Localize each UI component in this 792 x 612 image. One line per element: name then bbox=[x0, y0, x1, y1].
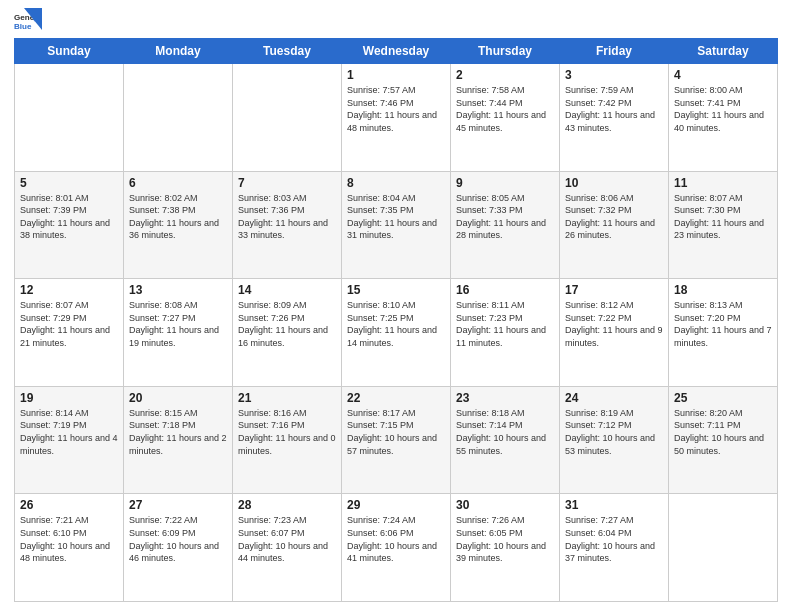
day-info: Sunrise: 8:06 AMSunset: 7:32 PMDaylight:… bbox=[565, 192, 663, 242]
day-number: 4 bbox=[674, 68, 772, 82]
day-info: Sunrise: 7:23 AMSunset: 6:07 PMDaylight:… bbox=[238, 514, 336, 564]
day-number: 11 bbox=[674, 176, 772, 190]
day-cell: 1Sunrise: 7:57 AMSunset: 7:46 PMDaylight… bbox=[342, 64, 451, 172]
day-info: Sunrise: 8:07 AMSunset: 7:29 PMDaylight:… bbox=[20, 299, 118, 349]
day-number: 28 bbox=[238, 498, 336, 512]
day-number: 24 bbox=[565, 391, 663, 405]
day-number: 30 bbox=[456, 498, 554, 512]
day-header-tuesday: Tuesday bbox=[233, 39, 342, 64]
day-number: 16 bbox=[456, 283, 554, 297]
day-info: Sunrise: 8:20 AMSunset: 7:11 PMDaylight:… bbox=[674, 407, 772, 457]
day-cell: 12Sunrise: 8:07 AMSunset: 7:29 PMDayligh… bbox=[15, 279, 124, 387]
day-cell: 4Sunrise: 8:00 AMSunset: 7:41 PMDaylight… bbox=[669, 64, 778, 172]
day-cell: 13Sunrise: 8:08 AMSunset: 7:27 PMDayligh… bbox=[124, 279, 233, 387]
day-cell: 14Sunrise: 8:09 AMSunset: 7:26 PMDayligh… bbox=[233, 279, 342, 387]
week-row-3: 12Sunrise: 8:07 AMSunset: 7:29 PMDayligh… bbox=[15, 279, 778, 387]
day-number: 18 bbox=[674, 283, 772, 297]
day-number: 15 bbox=[347, 283, 445, 297]
day-cell: 30Sunrise: 7:26 AMSunset: 6:05 PMDayligh… bbox=[451, 494, 560, 602]
day-info: Sunrise: 7:26 AMSunset: 6:05 PMDaylight:… bbox=[456, 514, 554, 564]
day-cell: 26Sunrise: 7:21 AMSunset: 6:10 PMDayligh… bbox=[15, 494, 124, 602]
day-info: Sunrise: 8:02 AMSunset: 7:38 PMDaylight:… bbox=[129, 192, 227, 242]
day-number: 5 bbox=[20, 176, 118, 190]
day-info: Sunrise: 8:03 AMSunset: 7:36 PMDaylight:… bbox=[238, 192, 336, 242]
day-number: 3 bbox=[565, 68, 663, 82]
day-info: Sunrise: 7:59 AMSunset: 7:42 PMDaylight:… bbox=[565, 84, 663, 134]
day-cell: 27Sunrise: 7:22 AMSunset: 6:09 PMDayligh… bbox=[124, 494, 233, 602]
day-cell: 18Sunrise: 8:13 AMSunset: 7:20 PMDayligh… bbox=[669, 279, 778, 387]
day-cell: 24Sunrise: 8:19 AMSunset: 7:12 PMDayligh… bbox=[560, 386, 669, 494]
day-cell: 9Sunrise: 8:05 AMSunset: 7:33 PMDaylight… bbox=[451, 171, 560, 279]
day-number: 23 bbox=[456, 391, 554, 405]
days-header-row: SundayMondayTuesdayWednesdayThursdayFrid… bbox=[15, 39, 778, 64]
day-info: Sunrise: 7:58 AMSunset: 7:44 PMDaylight:… bbox=[456, 84, 554, 134]
logo-triangle-icon bbox=[24, 8, 42, 30]
day-number: 14 bbox=[238, 283, 336, 297]
day-header-monday: Monday bbox=[124, 39, 233, 64]
day-header-thursday: Thursday bbox=[451, 39, 560, 64]
day-cell: 19Sunrise: 8:14 AMSunset: 7:19 PMDayligh… bbox=[15, 386, 124, 494]
week-row-4: 19Sunrise: 8:14 AMSunset: 7:19 PMDayligh… bbox=[15, 386, 778, 494]
day-info: Sunrise: 8:05 AMSunset: 7:33 PMDaylight:… bbox=[456, 192, 554, 242]
day-info: Sunrise: 8:13 AMSunset: 7:20 PMDaylight:… bbox=[674, 299, 772, 349]
day-cell: 20Sunrise: 8:15 AMSunset: 7:18 PMDayligh… bbox=[124, 386, 233, 494]
day-number: 6 bbox=[129, 176, 227, 190]
day-number: 20 bbox=[129, 391, 227, 405]
day-number: 21 bbox=[238, 391, 336, 405]
day-info: Sunrise: 8:07 AMSunset: 7:30 PMDaylight:… bbox=[674, 192, 772, 242]
day-info: Sunrise: 8:08 AMSunset: 7:27 PMDaylight:… bbox=[129, 299, 227, 349]
day-cell: 23Sunrise: 8:18 AMSunset: 7:14 PMDayligh… bbox=[451, 386, 560, 494]
week-row-1: 1Sunrise: 7:57 AMSunset: 7:46 PMDaylight… bbox=[15, 64, 778, 172]
day-number: 29 bbox=[347, 498, 445, 512]
day-info: Sunrise: 7:24 AMSunset: 6:06 PMDaylight:… bbox=[347, 514, 445, 564]
day-cell bbox=[124, 64, 233, 172]
day-cell: 22Sunrise: 8:17 AMSunset: 7:15 PMDayligh… bbox=[342, 386, 451, 494]
day-cell: 25Sunrise: 8:20 AMSunset: 7:11 PMDayligh… bbox=[669, 386, 778, 494]
day-cell: 17Sunrise: 8:12 AMSunset: 7:22 PMDayligh… bbox=[560, 279, 669, 387]
day-number: 31 bbox=[565, 498, 663, 512]
day-cell: 16Sunrise: 8:11 AMSunset: 7:23 PMDayligh… bbox=[451, 279, 560, 387]
day-number: 12 bbox=[20, 283, 118, 297]
day-cell: 10Sunrise: 8:06 AMSunset: 7:32 PMDayligh… bbox=[560, 171, 669, 279]
day-info: Sunrise: 7:22 AMSunset: 6:09 PMDaylight:… bbox=[129, 514, 227, 564]
day-header-wednesday: Wednesday bbox=[342, 39, 451, 64]
day-info: Sunrise: 8:17 AMSunset: 7:15 PMDaylight:… bbox=[347, 407, 445, 457]
day-number: 26 bbox=[20, 498, 118, 512]
day-cell: 3Sunrise: 7:59 AMSunset: 7:42 PMDaylight… bbox=[560, 64, 669, 172]
day-info: Sunrise: 8:00 AMSunset: 7:41 PMDaylight:… bbox=[674, 84, 772, 134]
day-number: 8 bbox=[347, 176, 445, 190]
day-info: Sunrise: 8:11 AMSunset: 7:23 PMDaylight:… bbox=[456, 299, 554, 349]
day-header-friday: Friday bbox=[560, 39, 669, 64]
day-number: 1 bbox=[347, 68, 445, 82]
day-cell: 29Sunrise: 7:24 AMSunset: 6:06 PMDayligh… bbox=[342, 494, 451, 602]
day-number: 13 bbox=[129, 283, 227, 297]
day-info: Sunrise: 8:12 AMSunset: 7:22 PMDaylight:… bbox=[565, 299, 663, 349]
day-number: 19 bbox=[20, 391, 118, 405]
day-info: Sunrise: 7:57 AMSunset: 7:46 PMDaylight:… bbox=[347, 84, 445, 134]
day-cell: 11Sunrise: 8:07 AMSunset: 7:30 PMDayligh… bbox=[669, 171, 778, 279]
day-info: Sunrise: 7:27 AMSunset: 6:04 PMDaylight:… bbox=[565, 514, 663, 564]
day-cell: 8Sunrise: 8:04 AMSunset: 7:35 PMDaylight… bbox=[342, 171, 451, 279]
day-cell: 2Sunrise: 7:58 AMSunset: 7:44 PMDaylight… bbox=[451, 64, 560, 172]
day-info: Sunrise: 8:14 AMSunset: 7:19 PMDaylight:… bbox=[20, 407, 118, 457]
day-cell: 28Sunrise: 7:23 AMSunset: 6:07 PMDayligh… bbox=[233, 494, 342, 602]
day-number: 2 bbox=[456, 68, 554, 82]
day-number: 22 bbox=[347, 391, 445, 405]
day-cell: 31Sunrise: 7:27 AMSunset: 6:04 PMDayligh… bbox=[560, 494, 669, 602]
day-info: Sunrise: 8:09 AMSunset: 7:26 PMDaylight:… bbox=[238, 299, 336, 349]
day-cell: 5Sunrise: 8:01 AMSunset: 7:39 PMDaylight… bbox=[15, 171, 124, 279]
day-number: 27 bbox=[129, 498, 227, 512]
day-header-sunday: Sunday bbox=[15, 39, 124, 64]
logo: General Blue bbox=[14, 10, 42, 32]
page-header: General Blue bbox=[14, 10, 778, 32]
day-cell bbox=[15, 64, 124, 172]
calendar-table: SundayMondayTuesdayWednesdayThursdayFrid… bbox=[14, 38, 778, 602]
day-info: Sunrise: 8:01 AMSunset: 7:39 PMDaylight:… bbox=[20, 192, 118, 242]
day-cell bbox=[669, 494, 778, 602]
day-info: Sunrise: 7:21 AMSunset: 6:10 PMDaylight:… bbox=[20, 514, 118, 564]
day-number: 7 bbox=[238, 176, 336, 190]
day-number: 9 bbox=[456, 176, 554, 190]
day-cell: 7Sunrise: 8:03 AMSunset: 7:36 PMDaylight… bbox=[233, 171, 342, 279]
day-info: Sunrise: 8:04 AMSunset: 7:35 PMDaylight:… bbox=[347, 192, 445, 242]
week-row-5: 26Sunrise: 7:21 AMSunset: 6:10 PMDayligh… bbox=[15, 494, 778, 602]
